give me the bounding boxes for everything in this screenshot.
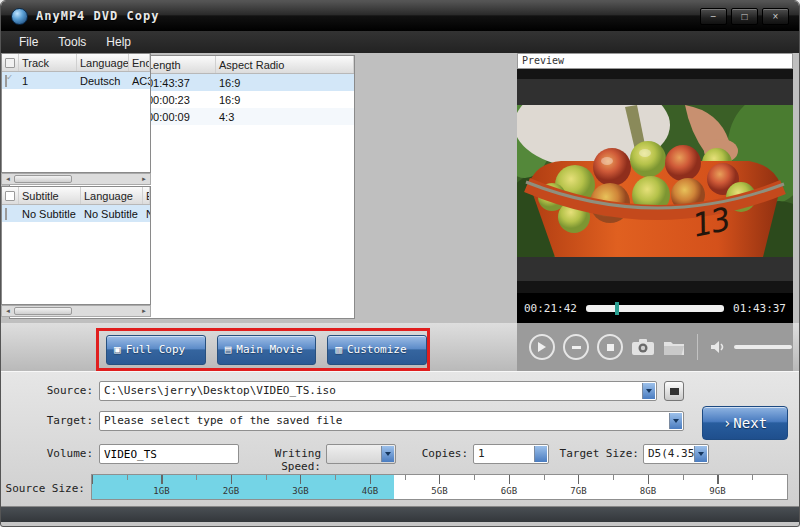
pause-button[interactable] [563, 334, 589, 360]
table-row[interactable]: No Subtitle No Subtitle No Subtitle [2, 205, 150, 222]
control-strip: ▣ Full Copy ▤ Main Movie ▥ Customize [1, 323, 799, 371]
close-button[interactable]: × [762, 8, 789, 25]
app-window: AnyMP4 DVD Copy − □ × File Tools Help Ti… [0, 0, 800, 527]
pause-icon [572, 346, 581, 349]
source-combobox[interactable]: C:\Users\jerry\Desktop\VIDEO_TS.iso [99, 381, 657, 401]
video-frame-apples: 13 [517, 105, 793, 257]
stop-icon [607, 344, 614, 351]
chevron-down-icon[interactable] [642, 383, 655, 399]
volume-label: Volume: [1, 447, 93, 460]
stop-button[interactable] [597, 334, 623, 360]
scroll-left-icon[interactable]: ◄ [2, 174, 14, 184]
play-button[interactable] [529, 334, 555, 360]
titlebar: AnyMP4 DVD Copy − □ × [1, 1, 799, 31]
table-row[interactable]: 1 Deutsch AC3 [2, 72, 150, 89]
total-time: 01:43:37 [733, 302, 786, 315]
menubar: File Tools Help [1, 31, 799, 53]
menu-help[interactable]: Help [96, 33, 141, 51]
bucket-number: 13 [689, 200, 735, 245]
source-size-bar: 1GB 2GB 3GB 4GB 5GB 6GB 7GB 8GB 9GB [91, 474, 788, 500]
full-copy-button[interactable]: ▣ Full Copy [106, 335, 206, 365]
next-arrow-icon: › [723, 415, 731, 431]
seek-handle[interactable] [615, 302, 619, 315]
scroll-left-icon[interactable]: ◄ [2, 306, 14, 316]
target-size-dropdown[interactable]: D5(4.35G) [643, 444, 709, 464]
browse-source-button[interactable] [664, 381, 684, 401]
source-label: Source: [1, 384, 93, 397]
maximize-button[interactable]: □ [731, 8, 758, 25]
menu-tools[interactable]: Tools [48, 33, 96, 51]
main-content: Title Chapter Length Aspect Radio 1 1-35… [1, 53, 799, 323]
open-folder-icon[interactable] [663, 339, 685, 356]
chevron-down-icon[interactable] [669, 413, 682, 429]
divider [697, 334, 698, 360]
letterbox-bottom [517, 257, 793, 281]
current-time: 00:21:42 [524, 302, 577, 315]
speaker-icon[interactable] [710, 340, 726, 354]
video-area: 13 [517, 69, 793, 293]
preview-panel: Preview [517, 53, 793, 323]
seek-bar[interactable] [586, 305, 724, 312]
writing-speed-label: Writing Speed: [229, 447, 321, 473]
copies-label: Copies: [376, 447, 468, 460]
scroll-right-icon[interactable]: ► [138, 306, 150, 316]
target-combobox[interactable]: Please select type of the saved file [99, 411, 684, 431]
main-movie-icon: ▤ [225, 343, 232, 356]
customize-icon: ▥ [335, 343, 342, 356]
menu-file[interactable]: File [9, 33, 48, 51]
preview-title: Preview [517, 53, 793, 69]
volume-slider[interactable] [734, 345, 792, 349]
tracks-select-all-checkbox[interactable] [5, 58, 15, 68]
copy-settings-form: Source: C:\Users\jerry\Desktop\VIDEO_TS.… [1, 371, 799, 506]
scroll-right-icon[interactable]: ► [138, 174, 150, 184]
volume-input[interactable] [99, 444, 239, 464]
target-size-label: Target Size: [469, 447, 639, 460]
row-checkbox[interactable] [5, 75, 7, 87]
playback-timebar: 00:21:42 01:43:37 [517, 293, 793, 323]
minimize-button[interactable]: − [700, 8, 727, 25]
window-title: AnyMP4 DVD Copy [36, 9, 159, 23]
next-button[interactable]: › Next [702, 406, 788, 440]
main-movie-button[interactable]: ▤ Main Movie [217, 335, 317, 365]
subtitle-table: Subtitle Language External No Subtitle N… [1, 186, 151, 305]
subtitles-select-all-checkbox[interactable] [5, 191, 15, 201]
status-bar [1, 506, 799, 522]
customize-button[interactable]: ▥ Customize [327, 335, 427, 365]
track-horizontal-scrollbar[interactable]: ◄ ► [1, 173, 151, 185]
annotation-red-box: ▣ Full Copy ▤ Main Movie ▥ Customize [96, 328, 430, 371]
letterbox-top [517, 79, 793, 105]
subtitle-horizontal-scrollbar[interactable]: ◄ ► [1, 305, 151, 317]
source-size-label: Source Size: [1, 482, 85, 495]
track-table-header: Track Language Encoder [2, 54, 150, 72]
row-checkbox[interactable] [5, 208, 7, 220]
target-label: Target: [1, 414, 93, 427]
snapshot-camera-icon[interactable] [631, 338, 655, 356]
scrollbar-thumb[interactable] [14, 175, 72, 183]
playback-controls [517, 323, 793, 371]
subtitle-table-header: Subtitle Language External [2, 187, 150, 205]
app-logo-icon [11, 8, 28, 25]
play-icon [538, 342, 551, 352]
scrollbar-thumb[interactable] [14, 307, 72, 315]
chevron-down-icon[interactable] [694, 446, 707, 462]
full-copy-icon: ▣ [114, 343, 121, 356]
track-table: Track Language Encoder 1 Deutsch AC3 [1, 53, 151, 173]
